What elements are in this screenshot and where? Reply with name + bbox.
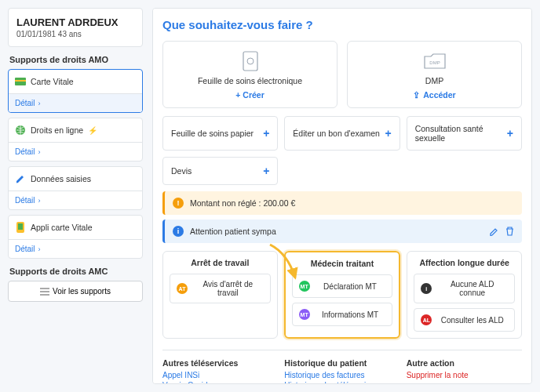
plus-icon: + [263, 127, 269, 140]
support-label: Appli carte Vitale [31, 223, 93, 232]
footer-col-actions: Autre action Supprimer la note [407, 358, 522, 384]
card-dmp: DMP DMP ⇪Accéder [347, 41, 522, 108]
footer-title: Historique du patient [284, 358, 400, 368]
amc-section-title: Supports de droits AMC [8, 267, 143, 276]
btn-declaration-mt[interactable]: MTDéclaration MT [292, 274, 393, 298]
edit-icon[interactable] [490, 227, 499, 236]
trash-icon[interactable] [505, 227, 514, 236]
access-button[interactable]: ⇪Accéder [354, 90, 515, 100]
plus-icon: + [385, 127, 391, 140]
support-appli-carte-vitale[interactable]: Appli carte Vitale Détail› [8, 215, 143, 259]
dot-icon: AL [421, 314, 432, 325]
list-icon [40, 288, 49, 296]
info-icon: i [173, 226, 184, 237]
support-carte-vitale[interactable]: Carte Vitale Détail› [8, 69, 143, 113]
main-panel: Que souhaitez-vous faire ? Feuille de so… [152, 8, 532, 384]
detail-link[interactable]: Détail› [9, 239, 142, 258]
tile-bon-examen[interactable]: Éditer un bon d'examen+ [284, 116, 400, 151]
support-donnees-saisies[interactable]: Données saisies Détail› [8, 166, 143, 210]
sidebar: LAURENT ADRDEUX 01/01/1981 43 ans Suppor… [8, 8, 143, 384]
plus-icon: + [263, 165, 269, 177]
voir-supports-button[interactable]: Voir les supports [8, 281, 143, 302]
footer-col-teleservices: Autres téléservices Appel INSi Vaccin Co… [162, 358, 278, 384]
footer-title: Autres téléservices [162, 358, 278, 368]
btn-ald-none[interactable]: iAucune ALD connue [414, 274, 515, 303]
chevron-right-icon: › [38, 245, 41, 253]
detail-link[interactable]: Détail› [9, 142, 142, 161]
panel-title: Affection longue durée [414, 258, 515, 267]
folder-icon: DMP [354, 49, 515, 73]
pencil-icon [15, 173, 26, 184]
dot-icon: i [421, 283, 432, 294]
dot-icon: AT [177, 283, 188, 294]
upload-icon: ⇪ [413, 90, 420, 100]
main-title: Que souhaitez-vous faire ? [162, 18, 522, 31]
svg-rect-5 [243, 52, 257, 71]
tile-devis[interactable]: Devis+ [162, 157, 278, 185]
link-vaccin-covid[interactable]: Vaccin Covid [162, 381, 278, 384]
panel-arret-travail: Arrêt de travail ATAvis d'arrêt de trava… [162, 251, 278, 339]
tile-sante-sexuelle[interactable]: Consultation santé sexuelle+ [407, 116, 522, 151]
detail-link[interactable]: Détail› [9, 93, 142, 112]
svg-point-6 [247, 58, 254, 64]
card-icon [15, 76, 26, 87]
footer-title: Autre action [407, 358, 522, 368]
panel-title: Arrêt de travail [170, 258, 271, 267]
document-icon [170, 49, 330, 73]
alert-note: i Attention patient sympa [162, 220, 522, 243]
btn-consulter-ald[interactable]: ALConsulter les ALD [414, 308, 515, 332]
app-icon [15, 222, 26, 233]
tile-fsp[interactable]: Feuille de soins papier+ [162, 116, 278, 151]
btn-informations-mt[interactable]: MTInformations MT [292, 303, 393, 326]
plus-icon: + [507, 127, 513, 140]
panel-title: Médecin traitant [292, 259, 393, 268]
svg-rect-4 [18, 223, 23, 230]
patient-name: LAURENT ADRDEUX [16, 16, 134, 28]
support-label: Données saisies [31, 174, 91, 183]
amo-section-title: Supports de droits AMO [8, 55, 143, 64]
btn-avis-arret[interactable]: ATAvis d'arrêt de travail [170, 274, 271, 303]
link-supprimer-note[interactable]: Supprimer la note [407, 371, 522, 379]
detail-link[interactable]: Détail› [9, 191, 142, 209]
bolt-icon: ⚡ [88, 126, 97, 135]
chevron-right-icon: › [38, 100, 41, 107]
warning-icon: ! [173, 198, 184, 209]
support-label: Carte Vitale [31, 77, 74, 86]
card-fse: Feuille de soins électronique + Créer [162, 41, 338, 108]
link-histo-factures[interactable]: Historique des factures [284, 371, 400, 379]
dot-icon: MT [299, 281, 310, 292]
svg-text:DMP: DMP [429, 60, 440, 65]
dot-icon: MT [299, 309, 310, 320]
chevron-right-icon: › [38, 197, 41, 205]
patient-info: 01/01/1981 43 ans [16, 30, 134, 38]
create-button[interactable]: + Créer [170, 90, 330, 100]
alert-unpaid: ! Montant non réglé : 200.00 € [162, 191, 522, 215]
patient-card: LAURENT ADRDEUX 01/01/1981 43 ans [8, 8, 143, 47]
card-label: DMP [354, 76, 515, 85]
panel-medecin-traitant: Médecin traitant MTDéclaration MT MTInfo… [284, 251, 401, 339]
support-label: Droits en ligne [31, 125, 83, 135]
card-label: Feuille de soins électronique [170, 76, 330, 85]
support-droits-en-ligne[interactable]: Droits en ligne ⚡ Détail› [8, 118, 143, 162]
link-histo-teleservices[interactable]: Historique des téléservices [284, 381, 400, 384]
footer-col-historique: Historique du patient Historique des fac… [284, 358, 400, 384]
alert-text: Attention patient sympa [190, 227, 276, 236]
globe-icon [15, 125, 26, 136]
footer: Autres téléservices Appel INSi Vaccin Co… [162, 350, 522, 384]
link-appel-insi[interactable]: Appel INSi [162, 371, 278, 379]
svg-rect-1 [15, 80, 26, 82]
chevron-right-icon: › [38, 148, 41, 156]
alert-text: Montant non réglé : 200.00 € [190, 198, 295, 208]
panel-ald: Affection longue durée iAucune ALD connu… [407, 251, 522, 339]
